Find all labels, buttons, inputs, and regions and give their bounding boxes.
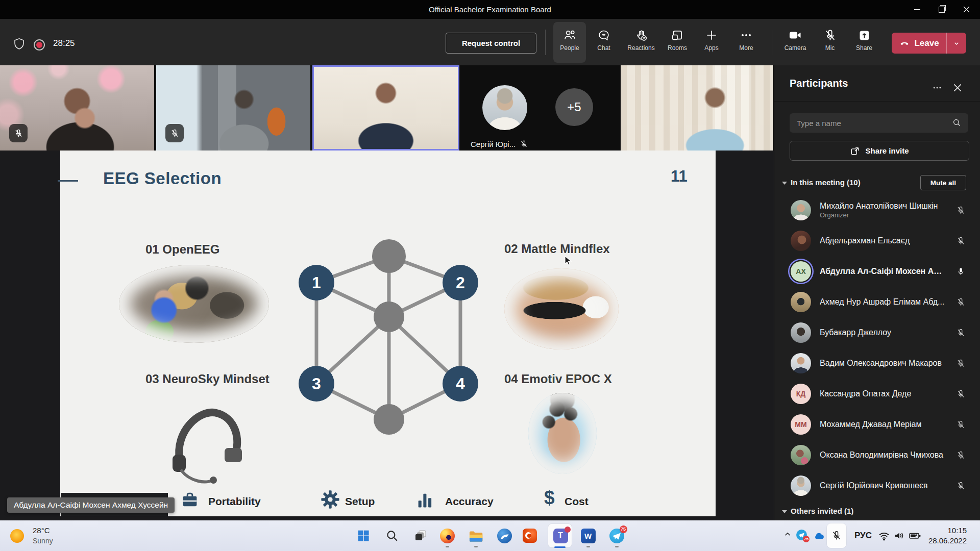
- word-app[interactable]: W: [580, 528, 596, 544]
- mic-off-icon[interactable]: [955, 206, 966, 215]
- avatar-initials: ММ: [791, 414, 811, 435]
- leave-button[interactable]: Leave: [892, 33, 946, 54]
- mic-off-icon[interactable]: [955, 359, 966, 368]
- tray-onedrive[interactable]: [813, 530, 825, 542]
- weather-widget[interactable]: 28°C Sunny: [33, 525, 53, 546]
- participant-row-speaking[interactable]: АХ Абдулла Ал-Саіфі Мохсен Ахм...: [774, 256, 980, 287]
- request-control-button[interactable]: Request control: [446, 33, 536, 54]
- restore-button[interactable]: [930, 0, 953, 19]
- mic-off-icon[interactable]: [955, 481, 966, 491]
- gear-icon: [321, 490, 340, 509]
- telegram-app[interactable]: 75: [608, 528, 625, 544]
- video-tile-2[interactable]: [156, 65, 310, 151]
- teams-icon: T: [553, 529, 568, 543]
- avatar: [791, 322, 811, 343]
- participant-row[interactable]: КД Кассандра Опатах Деде: [774, 379, 980, 409]
- tab-apps[interactable]: Apps: [697, 22, 726, 63]
- participant-name: Ахмед Нур Ашраф Елімам Абд...: [820, 297, 946, 307]
- tab-chat[interactable]: Chat: [589, 22, 619, 63]
- mic-button[interactable]: Mic: [816, 22, 844, 63]
- task-view-button[interactable]: [412, 528, 429, 544]
- tray-volume[interactable]: [893, 530, 905, 542]
- weather-temp: 28°C: [33, 525, 53, 536]
- tray-language[interactable]: РУС: [854, 531, 872, 541]
- firefox-app[interactable]: [439, 528, 455, 544]
- cloud-icon: [813, 530, 825, 542]
- tab-people[interactable]: People: [553, 22, 586, 63]
- tab-more[interactable]: More: [731, 22, 762, 63]
- video-tile-1[interactable]: [0, 65, 154, 151]
- participant-row[interactable]: Абдельрахман Ельсаєд: [774, 226, 980, 256]
- video-tile-3-selected[interactable]: [312, 65, 459, 151]
- start-button[interactable]: [355, 528, 372, 544]
- mouse-cursor: [565, 256, 575, 267]
- tray-battery[interactable]: [909, 530, 922, 542]
- share-invite-button[interactable]: Share invite: [790, 141, 969, 161]
- file-explorer-app[interactable]: [468, 528, 484, 544]
- share-button[interactable]: Share: [848, 22, 880, 63]
- participant-row[interactable]: Вадим Олександрович Макаров: [774, 348, 980, 379]
- windows-taskbar: 28°C Sunny: [0, 520, 980, 551]
- criterion-accuracy: Accuracy: [445, 495, 494, 508]
- mic-off-icon[interactable]: [955, 236, 966, 246]
- leave-label: Leave: [914, 38, 939, 48]
- more-participants-bubble[interactable]: +5: [555, 88, 593, 126]
- participant-row[interactable]: Сергій Юрійович Кривошеєв: [774, 470, 980, 501]
- tray-chevron-up[interactable]: [783, 530, 792, 539]
- thunderbird-app[interactable]: [496, 528, 512, 544]
- mic-off-icon: [831, 530, 842, 541]
- search-input[interactable]: [790, 113, 968, 133]
- shared-content-stage: EEG Selection 11 01 OpenEEG 02 Mattle Mi…: [0, 151, 774, 520]
- participant-name: Вадим Олександрович Макаров: [820, 359, 946, 368]
- thunderbird-icon: [497, 529, 512, 543]
- diagram-gray-node-middle: [374, 302, 404, 332]
- device-label-openeeg: 01 OpenEEG: [145, 242, 219, 257]
- mic-off-icon: [14, 129, 23, 138]
- mic-off-icon[interactable]: [955, 420, 966, 430]
- participant-row[interactable]: ММ Мохаммед Джавад Меріам: [774, 409, 980, 440]
- teams-app[interactable]: T: [552, 528, 569, 544]
- weather-sun-icon[interactable]: [10, 529, 24, 543]
- toolbar-divider: [545, 30, 546, 55]
- minimize-button[interactable]: [905, 0, 929, 19]
- tab-rooms[interactable]: Rooms: [662, 22, 693, 63]
- participant-row[interactable]: Михайло Анатолійович Шишкін Organizer: [774, 195, 980, 226]
- avatar: [791, 445, 811, 465]
- video-tile-4[interactable]: [621, 65, 773, 151]
- close-button[interactable]: [954, 0, 978, 19]
- panel-more-button[interactable]: [930, 81, 944, 95]
- mic-off-icon[interactable]: [955, 450, 966, 460]
- hangup-icon: [899, 38, 910, 49]
- avatar-initials: АХ: [791, 261, 811, 282]
- others-invited-section[interactable]: Others invited (1): [774, 505, 980, 519]
- telegram-badge: 75: [803, 536, 810, 542]
- panel-divider: [774, 101, 980, 102]
- window-title: Official Bachelor Examination Board: [0, 0, 980, 19]
- mic-off-icon[interactable]: [955, 328, 966, 338]
- minimize-icon: [914, 9, 920, 10]
- mic-off-icon[interactable]: [955, 297, 966, 307]
- participant-name: Сергій Юрійович Кривошеєв: [820, 481, 946, 490]
- camera-button[interactable]: Camera: [779, 22, 812, 63]
- in-meeting-section[interactable]: In this meeting (10) Mute all: [774, 177, 980, 191]
- office-app[interactable]: [522, 528, 538, 544]
- mic-on-icon[interactable]: [955, 267, 966, 277]
- leave-options-button[interactable]: [947, 33, 966, 54]
- tab-reactions-label: Reactions: [627, 44, 654, 52]
- participant-row[interactable]: Бубакарр Джеллоу: [774, 317, 980, 348]
- participant-row[interactable]: Ахмед Нур Ашраф Елімам Абд...: [774, 287, 980, 317]
- mic-off-icon[interactable]: [955, 389, 966, 399]
- taskbar-search-button[interactable]: [384, 528, 400, 544]
- tray-clock[interactable]: 10:15 28.06.2022: [928, 525, 967, 546]
- participant-row[interactable]: Оксана Володимирівна Чмихова: [774, 440, 980, 470]
- tray-telegram[interactable]: 75: [796, 530, 807, 540]
- teams-recording-badge: [565, 527, 571, 533]
- panel-close-button[interactable]: [950, 81, 965, 95]
- mute-all-button[interactable]: Mute all: [920, 175, 966, 190]
- tray-mic-button[interactable]: [827, 523, 846, 548]
- tray-date: 28.06.2022: [928, 536, 967, 546]
- tray-wifi[interactable]: [878, 530, 890, 542]
- overflow-participant-avatar[interactable]: [482, 85, 527, 130]
- tab-reactions[interactable]: Reactions: [622, 22, 660, 63]
- tile-mic-badge: [9, 124, 28, 142]
